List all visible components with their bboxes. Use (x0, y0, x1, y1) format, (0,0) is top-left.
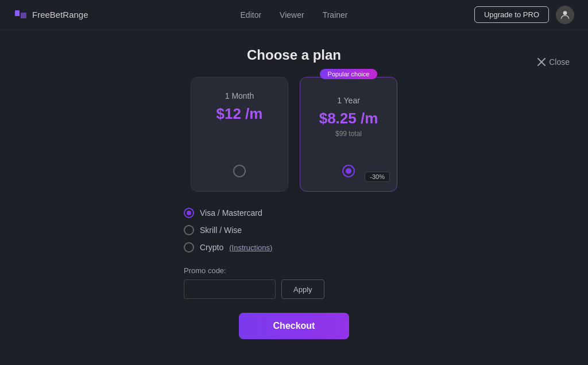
plan-yearly-label: 1 Year (337, 96, 360, 105)
skrill-label: Skrill / Wise (200, 226, 242, 235)
payment-crypto[interactable]: Crypto (Instructions) (184, 242, 272, 253)
close-label: Close (549, 57, 570, 67)
plan-yearly-price: $8.25 /m (319, 110, 378, 127)
plan-yearly-radio[interactable] (342, 165, 355, 177)
account-icon[interactable] (556, 6, 574, 24)
promo-row: Apply (184, 279, 588, 299)
svg-rect-0 (15, 10, 20, 16)
plan-monthly-label: 1 Month (225, 91, 254, 100)
payment-visa[interactable]: Visa / Mastercard (184, 208, 262, 218)
payment-skrill[interactable]: Skrill / Wise (184, 225, 242, 235)
svg-point-2 (563, 11, 567, 15)
apply-button[interactable]: Apply (281, 279, 324, 299)
brand-name: FreeBetRange (32, 10, 88, 20)
nav-editor[interactable]: Editor (241, 10, 262, 20)
nav-trainer[interactable]: Trainer (323, 10, 348, 20)
promo-label: Promo code: (184, 266, 588, 275)
plan-monthly-price: $12 /m (216, 105, 263, 123)
plan-yearly-total: $99 total (335, 130, 362, 138)
nav-right: Upgrade to PRO (474, 6, 574, 24)
plan-monthly-radio[interactable] (233, 165, 246, 177)
upgrade-button[interactable]: Upgrade to PRO (474, 6, 549, 23)
crypto-label: Crypto (200, 243, 223, 252)
checkout-section: Checkout (0, 313, 588, 339)
skrill-radio[interactable] (184, 225, 194, 235)
nav-links: Editor Viewer Trainer (241, 10, 348, 20)
popular-badge: Popular choice (300, 68, 397, 79)
promo-section: Promo code: Apply (0, 266, 588, 299)
brand: FreeBetRange (14, 8, 88, 22)
discount-badge: -30% (365, 172, 390, 182)
plan-monthly[interactable]: 1 Month $12 /m (191, 77, 288, 192)
checkout-button[interactable]: Checkout (239, 313, 350, 339)
plans-container: 1 Month $12 /m Popular choice 1 Year $8.… (0, 77, 588, 192)
plan-yearly[interactable]: Popular choice 1 Year $8.25 /m $99 total… (300, 77, 397, 192)
popular-badge-label: Popular choice (320, 69, 378, 79)
svg-rect-1 (21, 13, 26, 18)
visa-label: Visa / Mastercard (200, 208, 262, 218)
nav-viewer[interactable]: Viewer (280, 10, 304, 20)
payment-section: Visa / Mastercard Skrill / Wise Crypto (… (0, 208, 588, 253)
instructions-link[interactable]: (Instructions) (229, 243, 272, 252)
promo-input[interactable] (184, 279, 276, 299)
close-button[interactable]: Close (537, 57, 570, 67)
page-title: Choose a plan (0, 47, 588, 63)
brand-icon (14, 8, 28, 22)
navbar: FreeBetRange Editor Viewer Trainer Upgra… (0, 0, 588, 30)
visa-radio[interactable] (184, 208, 194, 218)
close-icon (537, 58, 546, 66)
main-content: Close Choose a plan 1 Month $12 /m Popul… (0, 47, 588, 339)
crypto-radio[interactable] (184, 242, 194, 253)
